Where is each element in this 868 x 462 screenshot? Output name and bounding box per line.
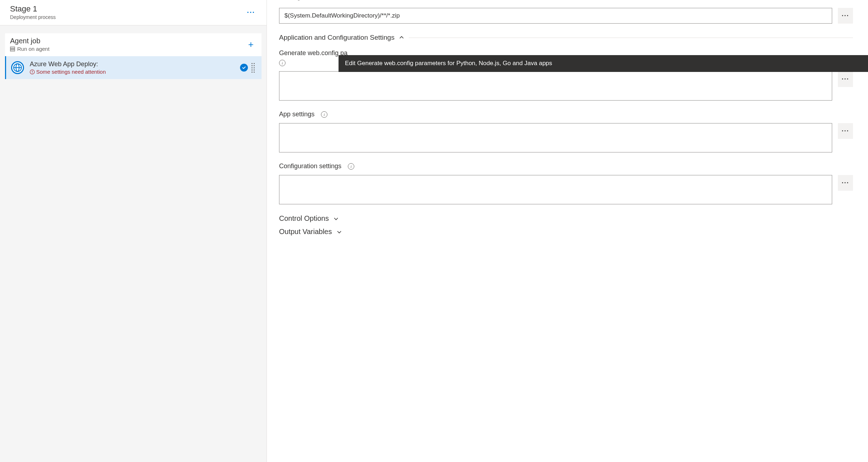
agent-job-row[interactable]: Agent job Run on agent +: [5, 33, 262, 56]
configsettings-edit-button[interactable]: ···: [838, 175, 853, 191]
task-title: Azure Web App Deploy:: [30, 60, 234, 68]
warning-icon: [30, 69, 35, 74]
svg-rect-1: [10, 48, 15, 50]
info-icon[interactable]: i: [279, 60, 286, 66]
package-label: Package or folder: [279, 0, 330, 1]
agent-job-subtitle: Run on agent: [10, 46, 49, 52]
task-row-azure-deploy[interactable]: Azure Web App Deploy: Some settings need…: [5, 56, 262, 79]
package-input[interactable]: [279, 8, 832, 24]
control-options-label: Control Options: [279, 214, 329, 223]
info-icon[interactable]: i: [321, 111, 327, 118]
svg-rect-2: [10, 50, 15, 51]
package-browse-button[interactable]: ···: [838, 8, 853, 24]
task-error: Some settings need attention: [30, 69, 234, 75]
add-task-button[interactable]: +: [245, 39, 256, 50]
server-icon: [10, 47, 15, 52]
agent-job-subtitle-text: Run on agent: [17, 46, 49, 52]
agent-job-title: Agent job: [10, 37, 49, 45]
app-config-header-text: Application and Configuration Settings: [279, 34, 394, 42]
control-options-section[interactable]: Control Options: [279, 214, 853, 223]
webconfig-label: Generate web.config pa: [279, 49, 347, 57]
svg-point-8: [32, 73, 33, 73]
info-icon[interactable]: i: [348, 163, 354, 170]
stage-title: Stage 1: [10, 4, 56, 14]
right-panel: Package or folder i ··· Application and …: [267, 0, 868, 462]
output-variables-section[interactable]: Output Variables: [279, 228, 853, 236]
chevron-down-icon: [333, 216, 339, 222]
appsettings-textarea[interactable]: [279, 123, 832, 152]
chevron-down-icon: [336, 229, 342, 235]
chevron-up-icon: [399, 35, 404, 40]
stage-subtitle: Deployment process: [10, 14, 56, 20]
appsettings-label-row: App settings i: [279, 111, 853, 118]
package-label-row: Package or folder i: [279, 0, 853, 4]
app-config-section-header[interactable]: Application and Configuration Settings: [279, 34, 853, 42]
appsettings-label: App settings: [279, 111, 315, 118]
appsettings-edit-button[interactable]: ···: [838, 123, 853, 139]
webconfig-edit-button[interactable]: ···: [838, 71, 853, 87]
task-error-text: Some settings need attention: [36, 69, 106, 75]
output-variables-label: Output Variables: [279, 228, 332, 236]
webconfig-textarea[interactable]: [279, 71, 832, 101]
configsettings-textarea[interactable]: [279, 175, 832, 204]
azure-webapp-icon: [11, 61, 24, 74]
stage-header: Stage 1 Deployment process ···: [0, 0, 267, 25]
configsettings-label: Configuration settings: [279, 162, 341, 170]
left-panel: Stage 1 Deployment process ··· Agent job…: [0, 0, 267, 462]
configsettings-label-row: Configuration settings i: [279, 162, 853, 170]
svg-rect-0: [10, 47, 15, 48]
stage-more-button[interactable]: ···: [245, 8, 256, 16]
tooltip: Edit Generate web.config parameters for …: [339, 55, 868, 72]
drag-handle-icon[interactable]: [251, 63, 256, 73]
task-enabled-checkmark-icon[interactable]: [240, 64, 248, 72]
